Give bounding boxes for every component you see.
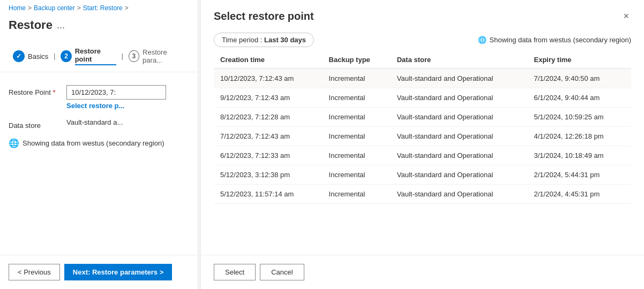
restore-table: Creation time Backup type Data store Exp…: [214, 51, 631, 204]
select-button[interactable]: Select: [214, 264, 256, 280]
step-sep1: |: [54, 52, 55, 60]
cell-expiry-time: 3/1/2024, 10:18:49 am: [527, 146, 631, 165]
table-header-row: Creation time Backup type Data store Exp…: [214, 51, 631, 69]
globe-icon: 🌐: [9, 138, 19, 148]
step-restore-params: 3 Restore para...: [124, 46, 189, 66]
col-expiry-time: Expiry time: [527, 51, 631, 69]
modal-panel: Select restore point × Time period : Las…: [200, 0, 644, 289]
restore-table-container: Creation time Backup type Data store Exp…: [201, 51, 644, 255]
table-row[interactable]: 5/12/2023, 3:12:38 pmIncrementalVault-st…: [214, 165, 631, 185]
cell-creation-time: 10/12/2023, 7:12:43 am: [214, 69, 323, 88]
time-period-value: Last 30 days: [264, 36, 306, 44]
step-restore-params-circle: 3: [129, 50, 139, 62]
table-body: 10/12/2023, 7:12:43 amIncrementalVault-s…: [214, 69, 631, 204]
cell-creation-time: 7/12/2023, 7:12:43 am: [214, 127, 323, 146]
cell-backup-type: Incremental: [323, 88, 391, 108]
step-restore-params-label: Restore para...: [143, 48, 185, 64]
breadcrumb-sep3: >: [125, 4, 129, 12]
restore-point-label: Restore Point *: [9, 85, 62, 96]
modal-header: Select restore point ×: [201, 0, 644, 28]
left-footer: < Previous Next: Restore parameters >: [0, 255, 198, 289]
table-row[interactable]: 6/12/2023, 7:12:33 amIncrementalVault-st…: [214, 146, 631, 165]
modal-globe-icon: 🌐: [478, 36, 486, 44]
left-panel: Home > Backup center > Start: Restore > …: [0, 0, 198, 289]
cell-backup-type: Incremental: [323, 185, 391, 204]
table-row[interactable]: 9/12/2023, 7:12:43 amIncrementalVault-st…: [214, 88, 631, 108]
select-restore-link[interactable]: Select restore p...: [66, 102, 166, 110]
table-row[interactable]: 7/12/2023, 7:12:43 amIncrementalVault-st…: [214, 127, 631, 146]
cell-backup-type: Incremental: [323, 127, 391, 146]
table-row[interactable]: 5/12/2023, 11:57:14 amIncrementalVault-s…: [214, 185, 631, 204]
breadcrumb-start-restore[interactable]: Start: Restore: [83, 4, 123, 12]
modal-region-text: Showing data from westus (secondary regi…: [490, 36, 631, 44]
col-data-store: Data store: [391, 51, 528, 69]
restore-point-field: Restore Point * Select restore p...: [9, 85, 189, 110]
cell-creation-time: 9/12/2023, 7:12:43 am: [214, 88, 323, 108]
breadcrumb-sep2: >: [77, 4, 81, 12]
step-basics-label: Basics: [28, 52, 48, 60]
cell-data-store: Vault-standard and Operational: [391, 69, 528, 88]
cell-data-store: Vault-standard and Operational: [391, 146, 528, 165]
modal-toolbar: Time period : Last 30 days 🌐 Showing dat…: [201, 28, 644, 51]
cell-backup-type: Incremental: [323, 69, 391, 88]
previous-button[interactable]: < Previous: [9, 264, 60, 280]
form-section: Restore Point * Select restore p... Data…: [0, 81, 198, 134]
step-restore-point-label: Restore point: [75, 47, 116, 65]
cell-backup-type: Incremental: [323, 108, 391, 127]
cell-creation-time: 8/12/2023, 7:12:28 am: [214, 108, 323, 127]
step-restore-point-circle: 2: [61, 50, 71, 62]
time-period-filter[interactable]: Time period : Last 30 days: [214, 33, 314, 47]
data-store-label: Data store: [9, 118, 62, 130]
restore-point-input[interactable]: [66, 85, 166, 100]
cell-expiry-time: 7/1/2024, 9:40:50 am: [527, 69, 631, 88]
cell-expiry-time: 5/1/2024, 10:59:25 am: [527, 108, 631, 127]
step-restore-point[interactable]: 2 Restore point: [56, 45, 120, 67]
modal-region-note: 🌐 Showing data from westus (secondary re…: [478, 36, 631, 44]
data-store-value: Vault-standard a...: [66, 118, 123, 126]
cell-backup-type: Incremental: [323, 165, 391, 185]
breadcrumb-sep1: >: [28, 4, 32, 12]
step-sep2: |: [122, 52, 123, 60]
table-row[interactable]: 8/12/2023, 7:12:28 amIncrementalVault-st…: [214, 108, 631, 127]
cell-expiry-time: 2/1/2024, 5:44:31 pm: [527, 165, 631, 185]
cell-creation-time: 5/12/2023, 11:57:14 am: [214, 185, 323, 204]
cell-expiry-time: 2/1/2024, 4:45:31 pm: [527, 185, 631, 204]
page-title: Restore: [9, 18, 53, 32]
cell-creation-time: 5/12/2023, 3:12:38 pm: [214, 165, 323, 185]
region-info: 🌐 Showing data from westus (secondary re…: [0, 134, 198, 153]
cell-expiry-time: 6/1/2024, 9:40:44 am: [527, 88, 631, 108]
modal-title: Select restore point: [214, 10, 314, 22]
next-button[interactable]: Next: Restore parameters >: [64, 264, 172, 280]
step-basics[interactable]: ✓ Basics: [9, 48, 53, 64]
more-options-icon[interactable]: ...: [57, 20, 65, 31]
col-backup-type: Backup type: [323, 51, 391, 69]
breadcrumb-home[interactable]: Home: [9, 4, 26, 12]
page-title-area: Restore ...: [0, 16, 198, 41]
cell-data-store: Vault-standard and Operational: [391, 185, 528, 204]
close-button[interactable]: ×: [621, 9, 631, 24]
cancel-button[interactable]: Cancel: [260, 264, 304, 280]
region-text: Showing data from westus (secondary regi…: [23, 139, 164, 147]
steps-bar: ✓ Basics | 2 Restore point | 3 Restore p…: [0, 41, 198, 72]
cell-expiry-time: 4/1/2024, 12:26:18 pm: [527, 127, 631, 146]
table-row[interactable]: 10/12/2023, 7:12:43 amIncrementalVault-s…: [214, 69, 631, 88]
cell-data-store: Vault-standard and Operational: [391, 165, 528, 185]
cell-backup-type: Incremental: [323, 146, 391, 165]
cell-data-store: Vault-standard and Operational: [391, 108, 528, 127]
cell-creation-time: 6/12/2023, 7:12:33 am: [214, 146, 323, 165]
time-period-label: Time period :: [222, 36, 264, 44]
required-marker: *: [53, 88, 55, 96]
step-basics-circle: ✓: [13, 50, 25, 62]
modal-footer: Select Cancel: [201, 255, 644, 289]
data-store-field: Data store Vault-standard a...: [9, 118, 189, 130]
breadcrumb-backup-center[interactable]: Backup center: [34, 4, 75, 12]
breadcrumb: Home > Backup center > Start: Restore >: [0, 0, 198, 16]
cell-data-store: Vault-standard and Operational: [391, 127, 528, 146]
cell-data-store: Vault-standard and Operational: [391, 88, 528, 108]
col-creation-time: Creation time: [214, 51, 323, 69]
